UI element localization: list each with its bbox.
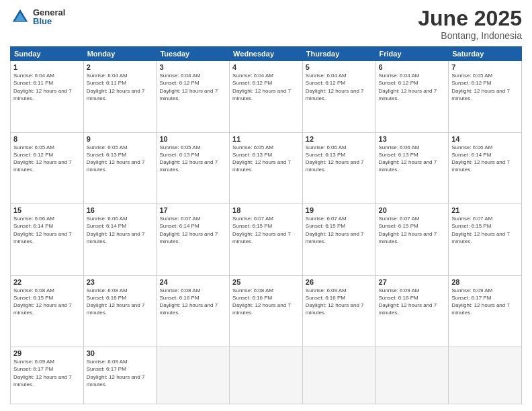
table-row: 30Sunrise: 6:09 AMSunset: 6:17 PMDayligh… <box>83 347 157 404</box>
day-number: 15 <box>13 206 81 214</box>
table-row: 3Sunrise: 6:04 AMSunset: 6:12 PMDaylight… <box>157 61 230 133</box>
title-block: June 2025 Bontang, Indonesia <box>418 7 522 41</box>
day-info: Sunrise: 6:06 AMSunset: 6:14 PMDaylight:… <box>87 216 145 244</box>
table-row: 24Sunrise: 6:08 AMSunset: 6:16 PMDayligh… <box>157 275 230 347</box>
col-friday: Friday <box>375 47 449 61</box>
day-info: Sunrise: 6:07 AMSunset: 6:15 PMDaylight:… <box>451 216 510 244</box>
day-info: Sunrise: 6:06 AMSunset: 6:14 PMDaylight:… <box>451 144 510 173</box>
table-row: 20Sunrise: 6:07 AMSunset: 6:15 PMDayligh… <box>375 204 449 276</box>
day-number: 17 <box>159 206 226 214</box>
logo-text: General Blue <box>33 8 65 26</box>
day-number: 7 <box>451 63 519 71</box>
logo-icon <box>10 7 30 27</box>
col-wednesday: Wednesday <box>230 47 303 61</box>
day-number: 2 <box>87 63 154 71</box>
header: General Blue June 2025 Bontang, Indonesi… <box>10 7 522 41</box>
day-info: Sunrise: 6:04 AMSunset: 6:11 PMDaylight:… <box>13 73 72 101</box>
table-row: 18Sunrise: 6:07 AMSunset: 6:15 PMDayligh… <box>230 204 303 276</box>
table-row: 25Sunrise: 6:08 AMSunset: 6:16 PMDayligh… <box>230 275 303 347</box>
day-number: 18 <box>232 206 300 214</box>
day-info: Sunrise: 6:07 AMSunset: 6:14 PMDaylight:… <box>159 216 218 244</box>
day-number: 21 <box>451 206 519 214</box>
table-row: 2Sunrise: 6:04 AMSunset: 6:11 PMDaylight… <box>83 61 157 133</box>
table-row: 26Sunrise: 6:09 AMSunset: 6:16 PMDayligh… <box>302 275 375 347</box>
table-row: 8Sunrise: 6:05 AMSunset: 6:12 PMDaylight… <box>11 132 84 204</box>
table-row <box>449 347 522 404</box>
table-row: 9Sunrise: 6:05 AMSunset: 6:13 PMDaylight… <box>83 132 157 204</box>
col-monday: Monday <box>83 47 157 61</box>
table-row: 19Sunrise: 6:07 AMSunset: 6:15 PMDayligh… <box>302 204 375 276</box>
day-info: Sunrise: 6:04 AMSunset: 6:12 PMDaylight:… <box>379 73 437 101</box>
day-number: 23 <box>87 278 154 286</box>
col-sunday: Sunday <box>11 47 84 61</box>
day-info: Sunrise: 6:06 AMSunset: 6:13 PMDaylight:… <box>306 144 364 173</box>
table-row: 16Sunrise: 6:06 AMSunset: 6:14 PMDayligh… <box>83 204 157 276</box>
table-row: 15Sunrise: 6:06 AMSunset: 6:14 PMDayligh… <box>11 204 84 276</box>
day-number: 1 <box>13 63 81 71</box>
day-number: 20 <box>379 206 446 214</box>
day-number: 29 <box>13 349 81 357</box>
month-title: June 2025 <box>418 7 522 30</box>
col-saturday: Saturday <box>449 47 522 61</box>
day-number: 10 <box>159 135 226 143</box>
day-info: Sunrise: 6:07 AMSunset: 6:15 PMDaylight:… <box>232 216 291 244</box>
day-number: 3 <box>159 63 226 71</box>
day-info: Sunrise: 6:07 AMSunset: 6:15 PMDaylight:… <box>379 216 437 244</box>
location-subtitle: Bontang, Indonesia <box>418 30 522 41</box>
logo: General Blue <box>10 7 65 27</box>
day-number: 13 <box>379 135 446 143</box>
table-row: 27Sunrise: 6:09 AMSunset: 6:16 PMDayligh… <box>375 275 449 347</box>
table-row <box>230 347 303 404</box>
table-row <box>302 347 375 404</box>
day-info: Sunrise: 6:05 AMSunset: 6:13 PMDaylight:… <box>87 144 145 173</box>
day-info: Sunrise: 6:04 AMSunset: 6:12 PMDaylight:… <box>159 73 218 101</box>
day-info: Sunrise: 6:05 AMSunset: 6:13 PMDaylight:… <box>159 144 218 173</box>
day-number: 8 <box>13 135 81 143</box>
day-number: 12 <box>306 135 373 143</box>
day-info: Sunrise: 6:07 AMSunset: 6:15 PMDaylight:… <box>306 216 364 244</box>
table-row: 14Sunrise: 6:06 AMSunset: 6:14 PMDayligh… <box>449 132 522 204</box>
day-info: Sunrise: 6:05 AMSunset: 6:12 PMDaylight:… <box>451 73 510 101</box>
day-info: Sunrise: 6:04 AMSunset: 6:11 PMDaylight:… <box>87 73 145 101</box>
table-row: 23Sunrise: 6:08 AMSunset: 6:16 PMDayligh… <box>83 275 157 347</box>
day-number: 25 <box>232 278 300 286</box>
day-info: Sunrise: 6:05 AMSunset: 6:12 PMDaylight:… <box>13 144 72 173</box>
day-number: 28 <box>451 278 519 286</box>
day-info: Sunrise: 6:04 AMSunset: 6:12 PMDaylight:… <box>306 73 364 101</box>
day-info: Sunrise: 6:08 AMSunset: 6:15 PMDaylight:… <box>13 287 72 316</box>
day-number: 6 <box>379 63 446 71</box>
day-info: Sunrise: 6:06 AMSunset: 6:14 PMDaylight:… <box>13 216 72 244</box>
day-number: 4 <box>232 63 300 71</box>
day-info: Sunrise: 6:09 AMSunset: 6:17 PMDaylight:… <box>13 359 72 387</box>
day-number: 14 <box>451 135 519 143</box>
page: General Blue June 2025 Bontang, Indonesi… <box>0 0 532 411</box>
day-number: 22 <box>13 278 81 286</box>
day-info: Sunrise: 6:09 AMSunset: 6:17 PMDaylight:… <box>451 287 510 316</box>
table-row: 10Sunrise: 6:05 AMSunset: 6:13 PMDayligh… <box>157 132 230 204</box>
day-number: 19 <box>306 206 373 214</box>
table-row: 13Sunrise: 6:06 AMSunset: 6:13 PMDayligh… <box>375 132 449 204</box>
table-row: 7Sunrise: 6:05 AMSunset: 6:12 PMDaylight… <box>449 61 522 133</box>
day-number: 30 <box>87 349 154 357</box>
logo-blue: Blue <box>33 17 65 26</box>
day-info: Sunrise: 6:05 AMSunset: 6:13 PMDaylight:… <box>232 144 291 173</box>
day-info: Sunrise: 6:08 AMSunset: 6:16 PMDaylight:… <box>159 287 218 316</box>
calendar-table: Sunday Monday Tuesday Wednesday Thursday… <box>10 46 522 404</box>
day-info: Sunrise: 6:08 AMSunset: 6:16 PMDaylight:… <box>232 287 291 316</box>
day-number: 9 <box>87 135 154 143</box>
col-tuesday: Tuesday <box>157 47 230 61</box>
day-number: 24 <box>159 278 226 286</box>
table-row: 17Sunrise: 6:07 AMSunset: 6:14 PMDayligh… <box>157 204 230 276</box>
table-row: 4Sunrise: 6:04 AMSunset: 6:12 PMDaylight… <box>230 61 303 133</box>
day-info: Sunrise: 6:06 AMSunset: 6:13 PMDaylight:… <box>379 144 437 173</box>
table-row: 6Sunrise: 6:04 AMSunset: 6:12 PMDaylight… <box>375 61 449 133</box>
table-row: 29Sunrise: 6:09 AMSunset: 6:17 PMDayligh… <box>11 347 84 404</box>
day-info: Sunrise: 6:09 AMSunset: 6:17 PMDaylight:… <box>87 359 145 387</box>
day-info: Sunrise: 6:09 AMSunset: 6:16 PMDaylight:… <box>379 287 437 316</box>
day-number: 26 <box>306 278 373 286</box>
table-row: 22Sunrise: 6:08 AMSunset: 6:15 PMDayligh… <box>11 275 84 347</box>
day-info: Sunrise: 6:08 AMSunset: 6:16 PMDaylight:… <box>87 287 145 316</box>
table-row: 5Sunrise: 6:04 AMSunset: 6:12 PMDaylight… <box>302 61 375 133</box>
table-row <box>157 347 230 404</box>
table-row: 11Sunrise: 6:05 AMSunset: 6:13 PMDayligh… <box>230 132 303 204</box>
